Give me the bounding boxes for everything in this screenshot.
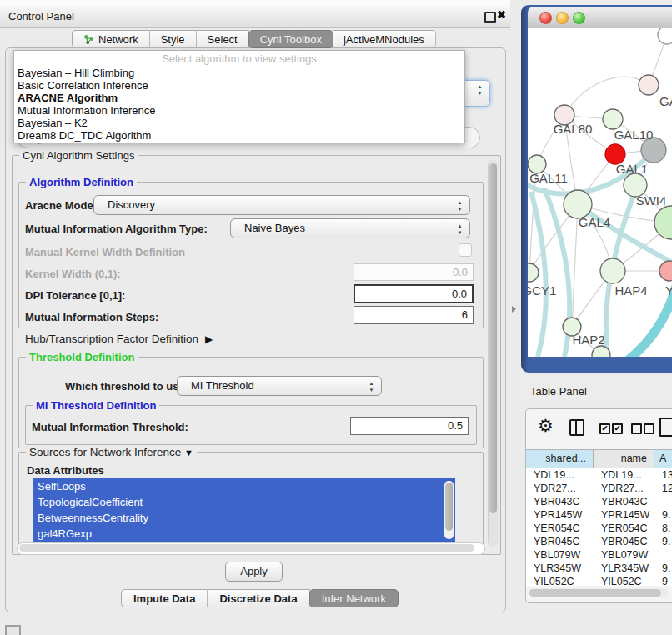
hub-definition-toggle[interactable]: Hub/Transcription Factor Definition▶ (25, 332, 213, 345)
control-panel-top-strip (0, 0, 510, 7)
table-row[interactable]: YIL052C YIL052C 9 (526, 575, 672, 586)
dropdown-hint: Select algorithm to view settings (14, 51, 464, 67)
table-row[interactable]: YDL19... YDL19... 13 (526, 468, 672, 482)
tab-label: Impute Data (133, 592, 195, 605)
cell: YDL19... (526, 468, 594, 482)
menu-item-bayesian-hill-climbing[interactable]: Bayesian – Hill Climbing (14, 67, 464, 79)
node-large-green[interactable] (654, 206, 672, 239)
list-item-selected[interactable]: gal4RGexp (33, 526, 455, 542)
sources-legend: Sources for Network Inference (29, 446, 181, 458)
table-body[interactable]: YDL19... YDL19... 13 YDR27... YDR27... 1… (526, 468, 672, 586)
tab-jactivemnodules[interactable]: jActiveMNodules (333, 30, 436, 48)
split-columns-icon[interactable] (569, 419, 584, 436)
zoom-traffic-light-icon[interactable] (573, 12, 585, 24)
hub-definition-label: Hub/Transcription Factor Definition (25, 332, 198, 345)
cell: 13 (654, 468, 672, 482)
table-row[interactable]: YDR27... YDR27... 12 (526, 482, 672, 495)
cell: YBR045C (594, 535, 654, 548)
column-header-name[interactable]: name (594, 450, 654, 468)
tab-network[interactable]: Network (72, 30, 150, 48)
list-vertical-scrollbar[interactable] (444, 481, 454, 539)
node-label-clipped: GAL (659, 94, 672, 108)
which-threshold-combobox[interactable]: MI Threshold ▲▼ (177, 376, 382, 396)
node-hap4[interactable] (600, 258, 625, 283)
checked-checkbox-icon[interactable]: ✔ (612, 423, 623, 434)
algorithm-dropdown-popup: Select algorithm to view settings Bayesi… (13, 50, 465, 143)
cell: YIL052C (526, 575, 594, 586)
kernel-width-field[interactable]: 0.0 (354, 263, 474, 281)
minimized-panel-icon[interactable] (5, 625, 21, 635)
checked-checkbox-icon[interactable]: ✔ (599, 423, 610, 434)
menu-item-bayesian-k2[interactable]: Bayesian – K2 (14, 117, 464, 129)
manual-kernel-width-checkbox[interactable] (459, 243, 472, 257)
node-gcy1[interactable] (528, 263, 539, 282)
network-window-titlebar[interactable] (528, 7, 672, 28)
document-icon[interactable] (659, 418, 672, 437)
network-canvas[interactable]: GAL80 GAL10 GAL11 GAL1 SWI4 GAL4 GCY1 HA… (528, 28, 672, 357)
table-horizontal-scrollbar[interactable] (529, 588, 669, 598)
tab-style[interactable]: Style (150, 30, 197, 48)
list-item-selected[interactable]: TopologicalCoefficient (33, 494, 455, 510)
combo-stepper-icon: ▲▼ (456, 222, 464, 236)
unchecked-checkbox-icon[interactable] (644, 423, 654, 434)
cell: YDR27... (594, 482, 654, 495)
column-header-clipped[interactable]: A (654, 450, 672, 468)
cell: 8. (654, 522, 672, 535)
scrollbar-thumb[interactable] (19, 544, 474, 552)
group-legend: MI Threshold Definition (33, 399, 159, 412)
cell: YBR045C (526, 535, 594, 548)
mi-algorithm-type-combobox[interactable]: Naive Bayes ▲▼ (230, 218, 470, 238)
table-row[interactable]: YBR045C YBR045C 9. (526, 535, 672, 548)
tab-infer-network[interactable]: Infer Network (309, 589, 399, 608)
list-item-selected[interactable]: BetweennessCentrality (33, 510, 455, 526)
scrollbar-thumb[interactable] (489, 163, 497, 513)
table-row[interactable]: YPR145W YPR145W 9. (526, 508, 672, 522)
node-gal10[interactable] (603, 109, 623, 129)
network-graph: GAL80 GAL10 GAL11 GAL1 SWI4 GAL4 GCY1 HA… (528, 28, 672, 357)
close-icon[interactable]: ✖ (497, 8, 506, 21)
menu-item-dream8[interactable]: Dream8 DC_TDC Algorithm (14, 129, 464, 142)
group-legend: Cyni Algorithm Settings (19, 149, 138, 162)
close-traffic-light-icon[interactable] (539, 12, 552, 24)
tab-impute-data[interactable]: Impute Data (121, 589, 208, 608)
scrollbar-thumb[interactable] (529, 589, 661, 597)
cell: YDL19... (594, 468, 654, 482)
float-window-icon[interactable] (484, 12, 496, 22)
data-attributes-list[interactable]: SelfLoops TopologicalCoefficient Between… (33, 478, 455, 543)
node-salmon[interactable] (659, 261, 672, 281)
menu-item-aracne[interactable]: ARACNE Algorithm (14, 92, 464, 104)
table-row[interactable]: YLR345W YLR345W 9. (526, 562, 672, 575)
menu-item-basic-correlation[interactable]: Basic Correlation Inference (14, 79, 464, 92)
aracne-mode-combobox[interactable]: Discovery ▲▼ (93, 195, 470, 215)
table-row[interactable]: YBL079W YBL079W (526, 548, 672, 562)
mi-threshold-label: Mutual Information Threshold: (32, 421, 188, 433)
gear-icon[interactable]: ⚙ (538, 417, 554, 435)
aracne-mode-label: Aracne Mode: (25, 199, 97, 212)
table-row[interactable]: YER054C YER054C 8. (526, 522, 672, 535)
combo-stepper-icon: ▲▼ (476, 83, 484, 97)
tab-discretize-data[interactable]: Discretize Data (208, 589, 309, 608)
tab-cyni-toolbox[interactable]: Cyni Toolbox (248, 30, 333, 48)
node-gal-partial[interactable] (639, 75, 659, 95)
node-label: GAL4 (579, 215, 610, 229)
tab-label: Network (98, 33, 138, 46)
node-label: GAL11 (529, 171, 568, 185)
minimize-traffic-light-icon[interactable] (556, 12, 569, 24)
mi-threshold-field[interactable]: 0.5 (350, 417, 469, 435)
unchecked-checkbox-icon[interactable] (631, 423, 642, 434)
mi-steps-field[interactable]: 6 (354, 306, 474, 324)
splitter-collapse-icon[interactable] (512, 306, 516, 312)
table-row[interactable]: YBR043C YBR043C (526, 495, 672, 508)
node[interactable] (658, 28, 672, 44)
settings-vertical-scrollbar[interactable] (488, 160, 499, 547)
menu-item-mutual-information[interactable]: Mutual Information Inference (14, 104, 464, 117)
dpi-tolerance-field[interactable]: 0.0 (354, 284, 474, 303)
tab-select[interactable]: Select (197, 30, 249, 48)
list-item-selected[interactable]: SelfLoops (33, 478, 455, 494)
column-header-shared-name[interactable]: shared... (526, 450, 594, 468)
node-gal4[interactable] (564, 190, 592, 218)
scrollbar-thumb[interactable] (445, 482, 453, 531)
apply-button[interactable]: Apply (225, 562, 283, 582)
sources-toggle[interactable]: Sources for Network Inference ▼ (26, 446, 197, 459)
settings-horizontal-scrollbar[interactable] (17, 542, 485, 555)
